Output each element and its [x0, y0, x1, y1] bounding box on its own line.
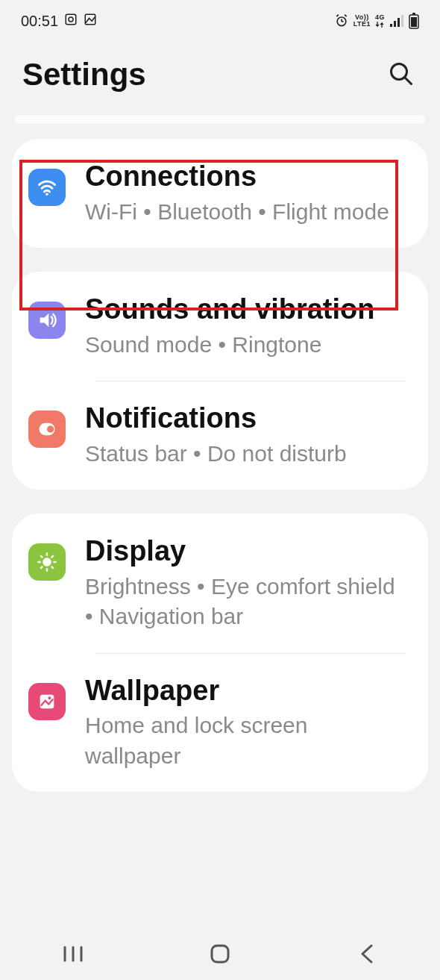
search-button[interactable] — [385, 57, 418, 93]
svg-point-20 — [43, 558, 51, 567]
svg-line-6 — [336, 15, 339, 17]
svg-rect-11 — [401, 15, 403, 27]
data-indicator: 4G — [375, 14, 385, 28]
top-divider — [15, 115, 425, 124]
svg-line-26 — [51, 567, 53, 569]
status-right: Vo))LTE1 4G — [334, 13, 419, 29]
item-text: Wallpaper Home and lock screen wallpaper — [85, 674, 406, 772]
item-text: Notifications Status bar • Do not distur… — [85, 402, 406, 469]
settings-item-wallpaper[interactable]: Wallpaper Home and lock screen wallpaper — [12, 653, 428, 793]
svg-point-1 — [69, 17, 73, 22]
status-left: 00:51 — [21, 13, 97, 30]
navigation-bar — [0, 928, 440, 980]
svg-point-30 — [48, 696, 51, 699]
sound-icon — [28, 302, 66, 339]
item-title: Display — [85, 534, 406, 569]
item-subtitle: Brightness • Eye comfort shield • Naviga… — [85, 572, 406, 632]
wallpaper-icon — [28, 683, 66, 720]
search-icon — [388, 60, 415, 87]
settings-item-sounds[interactable]: Sounds and vibration Sound mode • Ringto… — [12, 272, 428, 381]
wifi-icon — [28, 169, 66, 206]
svg-rect-10 — [397, 18, 400, 27]
settings-group-connections: Connections Wi-Fi • Bluetooth • Flight m… — [12, 139, 428, 248]
svg-rect-13 — [411, 17, 417, 27]
svg-rect-8 — [390, 24, 392, 27]
nav-back-button[interactable] — [345, 943, 389, 965]
status-time: 00:51 — [21, 13, 58, 30]
svg-rect-0 — [66, 14, 76, 25]
svg-line-27 — [41, 567, 43, 569]
item-title: Wallpaper — [85, 674, 406, 708]
item-title: Sounds and vibration — [85, 293, 406, 327]
page-title: Settings — [22, 57, 146, 93]
item-subtitle: Home and lock screen wallpaper — [85, 711, 406, 771]
image-icon — [84, 13, 97, 30]
settings-item-notifications[interactable]: Notifications Status bar • Do not distur… — [12, 381, 428, 490]
svg-rect-9 — [394, 21, 396, 27]
settings-group-sound: Sounds and vibration Sound mode • Ringto… — [12, 272, 428, 490]
display-icon — [28, 543, 66, 581]
clock-icon — [64, 13, 78, 30]
signal-icon — [389, 15, 404, 27]
svg-line-28 — [51, 556, 53, 558]
item-text: Connections Wi-Fi • Bluetooth • Flight m… — [85, 160, 406, 227]
alarm-icon — [334, 13, 349, 28]
item-text: Display Brightness • Eye comfort shield … — [85, 534, 406, 632]
back-icon — [358, 943, 376, 965]
svg-line-7 — [345, 15, 347, 17]
notifications-icon — [28, 411, 66, 448]
svg-point-17 — [45, 193, 48, 196]
item-subtitle: Status bar • Do not disturb — [85, 439, 406, 469]
home-icon — [209, 943, 231, 965]
recents-icon — [62, 945, 84, 963]
item-subtitle: Wi-Fi • Bluetooth • Flight mode — [85, 197, 406, 228]
page-header: Settings — [0, 42, 440, 115]
volte-indicator: Vo))LTE1 — [353, 14, 371, 28]
settings-item-connections[interactable]: Connections Wi-Fi • Bluetooth • Flight m… — [12, 139, 428, 248]
svg-line-16 — [405, 77, 412, 84]
svg-point-19 — [47, 426, 54, 433]
item-subtitle: Sound mode • Ringtone — [85, 330, 406, 361]
item-text: Sounds and vibration Sound mode • Ringto… — [85, 293, 406, 360]
status-bar: 00:51 Vo))LTE1 4G — [0, 0, 440, 42]
svg-rect-14 — [412, 13, 415, 15]
settings-item-display[interactable]: Display Brightness • Eye comfort shield … — [12, 514, 428, 653]
nav-home-button[interactable] — [198, 943, 242, 965]
nav-recents-button[interactable] — [51, 945, 95, 963]
svg-rect-34 — [212, 946, 228, 962]
settings-group-display: Display Brightness • Eye comfort shield … — [12, 514, 428, 792]
item-title: Notifications — [85, 402, 406, 436]
svg-line-25 — [41, 556, 43, 558]
battery-icon — [409, 13, 419, 29]
item-title: Connections — [85, 160, 406, 194]
